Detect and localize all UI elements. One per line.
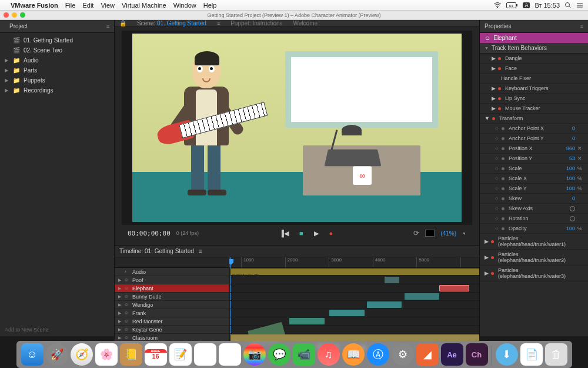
zoom-dropdown-icon[interactable]: ▼ <box>462 231 466 236</box>
dock-trash[interactable]: 🗑 <box>545 343 567 366</box>
timeline-lanes[interactable]: 1000 2000 3000 4000 5000 lasterAudio.aif <box>229 257 479 342</box>
menu-edit[interactable]: Edit <box>82 2 93 9</box>
scene-tab[interactable]: 01. Getting Started <box>157 20 206 26</box>
track-poof[interactable]: ▶☺Poof <box>115 276 229 284</box>
play-button[interactable]: ▶ <box>314 230 319 237</box>
clip-bunny[interactable] <box>405 293 440 300</box>
behaviors-section[interactable]: ▼Track Item Behaviors <box>480 43 588 54</box>
project-item-folder[interactable]: ▶📁Recordings <box>0 85 114 95</box>
maximize-window-button[interactable] <box>20 12 25 18</box>
project-item-folder[interactable]: ▶📁Audio <box>0 55 114 65</box>
record-button[interactable]: ● <box>329 230 333 237</box>
particles-2[interactable]: ▶Particles (elephant/head/trunk/water2) <box>480 250 588 266</box>
stop-button[interactable]: ■ <box>299 230 303 237</box>
project-item-scene[interactable]: 🎬01. Getting Started <box>0 35 114 45</box>
dock-appstore[interactable]: Ⓐ <box>367 343 389 366</box>
dock-itunes[interactable]: ♫ <box>318 343 340 366</box>
clock[interactable]: Вт 15:53 <box>534 2 560 9</box>
behavior-keyboard-triggers[interactable]: ▶Keyboard Triggers <box>480 84 588 94</box>
battery-icon[interactable]: 64 <box>506 2 518 8</box>
dock-launchpad[interactable]: 🚀 <box>46 343 68 366</box>
dock-finder[interactable]: ☺ <box>21 343 44 366</box>
track-bunny[interactable]: ▶☺Bunny Dude <box>115 293 229 301</box>
selected-puppet-row[interactable]: ☺Elephant <box>480 33 588 43</box>
project-panel-tab[interactable]: Project <box>5 21 32 32</box>
dock-reminders[interactable]: ☑ <box>194 343 216 366</box>
project-item-folder[interactable]: ▶📁Puppets <box>0 75 114 85</box>
menu-help[interactable]: Help <box>203 2 217 9</box>
menu-virtual-machine[interactable]: Virtual Machine <box>122 2 166 9</box>
dock-character-animator[interactable]: Ch <box>466 343 488 366</box>
transform-anchor-point-y[interactable]: ◇Anchor Point Y0 <box>480 134 588 144</box>
dock-after-effects[interactable]: Ae <box>441 343 463 366</box>
behavior-lip-sync[interactable]: ▶Lip Sync <box>480 94 588 104</box>
clip-wendigo[interactable] <box>367 301 402 308</box>
minimize-window-button[interactable] <box>12 12 17 18</box>
transform-skew-axis[interactable]: ◇Skew Axis <box>480 204 588 214</box>
dock-downloads[interactable]: ⬇ <box>496 343 518 366</box>
menu-view[interactable]: View <box>101 2 115 9</box>
track-wendigo[interactable]: ▶☺Wendigo <box>115 301 229 309</box>
bg-color-swatch[interactable] <box>425 230 435 237</box>
dock-maps[interactable]: 🗺 <box>219 343 241 366</box>
properties-menu-icon[interactable]: ≡ <box>580 24 583 29</box>
project-item-folder[interactable]: ▶📁Parts <box>0 65 114 75</box>
behavior-mouse-tracker[interactable]: ▶Mouse Tracker <box>480 104 588 114</box>
input-source[interactable]: A <box>523 2 530 8</box>
app-menu[interactable]: VMware Fusion <box>11 2 58 9</box>
stage-viewport[interactable]: ∞ <box>122 31 472 225</box>
menu-window[interactable]: Window <box>173 2 196 9</box>
track-elephant[interactable]: ▶☺Elephant <box>115 284 229 293</box>
transform-anchor-point-x[interactable]: ◇Anchor Point X0 <box>480 124 588 134</box>
dock-photobooth[interactable]: 📷 <box>243 343 266 366</box>
welcome-tab[interactable]: Welcome <box>293 20 318 26</box>
transform-position-y[interactable]: ◇Position Y53✕ <box>480 154 588 164</box>
transform-scale-x[interactable]: ◇Scale X100% <box>480 174 588 184</box>
dock-safari[interactable]: 🧭 <box>71 343 93 366</box>
wifi-icon[interactable] <box>493 2 502 8</box>
transform-rotation[interactable]: ◇Rotation <box>480 214 588 224</box>
dock-ibooks[interactable]: 📖 <box>342 343 365 366</box>
transform-skew[interactable]: ◇Skew0 <box>480 194 588 204</box>
spotlight-icon[interactable] <box>564 2 572 9</box>
transform-section[interactable]: ▼Transform <box>480 114 588 124</box>
dock-notes[interactable]: 📝 <box>169 343 192 366</box>
puppet-tab[interactable]: Instructions <box>252 20 282 26</box>
go-to-start-button[interactable]: ▐◀ <box>279 230 289 237</box>
particles-3[interactable]: ▶Particles (elephant/head/trunk/water3) <box>480 266 588 281</box>
timeline-title[interactable]: Timeline: 01. Getting Started <box>119 248 194 254</box>
close-window-button[interactable] <box>4 12 9 18</box>
behavior-face[interactable]: ▶Face <box>480 64 588 74</box>
clip-frank[interactable] <box>329 310 365 316</box>
behavior-handle-fixer[interactable]: Handle Fixer <box>480 74 588 84</box>
dock-document[interactable]: 📄 <box>520 343 543 366</box>
track-keytar-gene[interactable]: ▶☺Keytar Gene <box>115 326 229 334</box>
dock-contacts[interactable]: 📒 <box>120 343 142 366</box>
timecode[interactable]: 00;00;00;00 <box>128 230 171 237</box>
transform-scale[interactable]: ◇Scale100% <box>480 164 588 174</box>
clip-red-monster[interactable] <box>289 318 325 324</box>
notification-center-icon[interactable] <box>576 2 583 8</box>
behavior-dangle[interactable]: ▶Dangle <box>480 54 588 64</box>
track-audio[interactable]: ♪Audio <box>115 268 229 276</box>
zoom-level[interactable]: (41%) <box>440 230 456 237</box>
dock-preferences[interactable]: ⚙ <box>392 343 414 366</box>
loop-icon[interactable]: ⟳ <box>413 229 419 237</box>
clip-poof[interactable] <box>385 277 400 283</box>
transform-opacity[interactable]: ◇Opacity100% <box>480 224 588 234</box>
timeline-ruler[interactable]: 1000 2000 3000 4000 5000 <box>229 257 479 268</box>
clip-audio[interactable]: lasterAudio.aif <box>230 268 479 275</box>
track-frank[interactable]: ▶☺Frank <box>115 309 229 317</box>
dock-parallels[interactable]: ◢ <box>416 343 439 366</box>
dock-messages[interactable]: 💬 <box>268 343 290 366</box>
particles-1[interactable]: ▶Particles (elephant/head/trunk/water1) <box>480 234 588 250</box>
scene-tab-menu-icon[interactable]: ≡ <box>217 21 220 26</box>
dock-calendar[interactable]: июнь16 <box>145 343 167 366</box>
project-panel-menu-icon[interactable]: ≡ <box>106 24 109 29</box>
menu-file[interactable]: File <box>65 2 76 9</box>
dock-photos[interactable]: 🌸 <box>95 343 118 366</box>
track-red-monster[interactable]: ▶☺Red Monster <box>115 317 229 326</box>
clip-elephant[interactable] <box>439 285 469 291</box>
dock-facetime[interactable]: 📹 <box>293 343 315 366</box>
lock-icon[interactable]: 🔒 <box>119 20 126 26</box>
